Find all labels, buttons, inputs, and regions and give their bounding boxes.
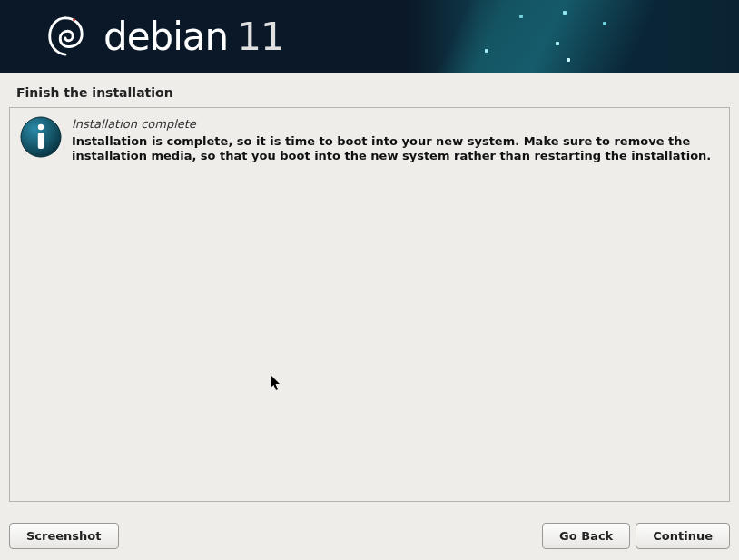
message-body: Installation is complete, so it is time … (72, 134, 720, 164)
installation-complete-message: Installation complete Installation is co… (19, 115, 720, 164)
brand-name: debian (103, 15, 228, 59)
button-bar: Screenshot Go Back Continue (9, 523, 730, 549)
header-decorative-dots (476, 4, 657, 69)
svg-rect-3 (38, 133, 44, 149)
continue-button[interactable]: Continue (636, 523, 730, 549)
brand-version: 11 (237, 15, 283, 59)
message-text: Installation complete Installation is co… (72, 115, 720, 164)
page-title: Finish the installation (0, 73, 739, 107)
debian-swirl-icon (44, 15, 87, 58)
installer-header: debian11 (0, 0, 739, 73)
info-icon (19, 115, 63, 159)
content-frame: Installation complete Installation is co… (9, 107, 730, 502)
message-heading: Installation complete (72, 117, 720, 131)
brand-logo: debian11 (44, 15, 284, 59)
go-back-button[interactable]: Go Back (542, 523, 630, 549)
brand-wordmark: debian11 (103, 15, 284, 59)
svg-point-0 (73, 18, 75, 21)
svg-point-2 (38, 124, 44, 130)
screenshot-button[interactable]: Screenshot (9, 523, 119, 549)
